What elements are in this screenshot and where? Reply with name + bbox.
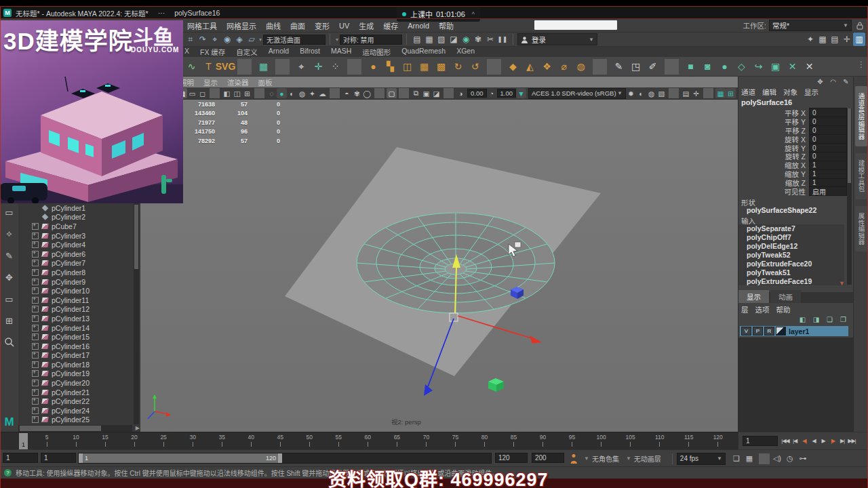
make-live-icon[interactable]: ◈ — [233, 33, 245, 46]
speed-state-icon[interactable]: ◠ — [829, 77, 837, 86]
pyramid-icon[interactable]: ◭ — [523, 59, 537, 75]
layer-visible-toggle[interactable]: V — [741, 327, 751, 336]
separator[interactable] — [374, 88, 384, 98]
shape-node-name[interactable]: polySurfaceShape22 — [747, 206, 816, 214]
separator[interactable] — [254, 88, 264, 98]
step-back-frame-button[interactable]: |◀ — [790, 436, 800, 447]
outliner-item[interactable]: pCylinder13 — [18, 314, 132, 323]
viewcube-icon[interactable]: ▦ — [715, 88, 726, 98]
menu-item[interactable]: 曲线 — [266, 20, 281, 31]
resolution-gate-icon[interactable]: ◻ — [197, 88, 208, 98]
selected-object-name[interactable]: polySurface16 — [741, 98, 792, 106]
playback-end-field[interactable]: 120 — [495, 453, 528, 463]
active-surface-field[interactable]: 无激活曲面 — [263, 35, 326, 45]
sidebar-tab[interactable]: 属性编辑器 — [855, 206, 867, 252]
hyperbuild-icon[interactable]: ✎ — [842, 77, 850, 86]
lookdev-icon[interactable]: ◐ — [636, 88, 646, 98]
channel-value-field[interactable]: 0 — [809, 125, 847, 135]
clock-icon[interactable]: ◷ — [785, 453, 795, 464]
anim-layer-dropdown[interactable]: ▼ 无动画层 — [626, 453, 661, 464]
mash-grid-icon[interactable]: ▦ — [417, 59, 431, 75]
exposure-icon[interactable]: ◑ — [456, 88, 466, 98]
mash-dense-grid-icon[interactable]: ▩ — [434, 59, 448, 75]
outliner-item[interactable]: pCylinder25 — [18, 415, 132, 425]
mash-distribute-icon[interactable]: ▚ — [383, 59, 397, 75]
hotbox-controls-icon[interactable]: ▦ — [816, 33, 829, 46]
menu-item[interactable]: 变形 — [315, 20, 330, 31]
channel-box-menu-item[interactable]: 编辑 — [762, 87, 776, 97]
menu-item[interactable]: 网格显示 — [226, 20, 256, 31]
group-collapse-icon[interactable]: ▾ — [259, 37, 262, 43]
shelf-tab[interactable]: XGen — [456, 47, 475, 57]
outliner-item[interactable]: pCylinder10 — [18, 286, 132, 296]
character-controls-icon[interactable]: ✦ — [804, 33, 816, 46]
field-chart-icon[interactable]: ◫ — [232, 88, 242, 98]
expand-icon[interactable] — [32, 416, 39, 423]
menu-item[interactable]: 网格工具 — [187, 20, 217, 31]
lasso-tool-icon[interactable]: ⟡ — [3, 227, 16, 241]
lock-camera-icon[interactable]: ▣ — [421, 88, 431, 98]
delete-mesh-icon[interactable]: ◙ — [701, 59, 715, 75]
sidebar-tab[interactable]: 通道盒/层编辑器 — [855, 86, 867, 146]
zoom-tool-icon[interactable] — [4, 337, 15, 348]
menu-item[interactable]: 曲面 — [290, 20, 305, 31]
channel-value-field[interactable]: 0 — [809, 108, 847, 117]
use-all-lights-icon[interactable]: ✦ — [307, 88, 317, 98]
animation-start-field[interactable]: 1 — [3, 453, 38, 463]
input-node-item[interactable]: polyDelEdge12 — [738, 242, 844, 251]
layout-four-pane-icon[interactable]: ⊞ — [3, 314, 16, 327]
current-time-field[interactable]: 1 — [743, 436, 778, 446]
outliner-item[interactable]: pCylinder3 — [18, 231, 132, 241]
panel-menu-item[interactable]: 面板 — [258, 77, 273, 87]
select-tool-icon[interactable]: ▭ — [3, 205, 16, 219]
panel-menu-item[interactable]: 渲染器 — [227, 77, 249, 87]
character-set-dropdown[interactable]: ▼ 无角色集 — [584, 453, 619, 464]
expand-icon[interactable] — [32, 407, 39, 414]
scroll-right-icon[interactable]: ▶ — [136, 425, 140, 431]
step-back-key-button[interactable]: ◀| — [800, 436, 809, 447]
range-slider-thumb[interactable]: 1 120 — [79, 453, 282, 463]
paint-vertex-icon[interactable]: ✾ — [352, 88, 362, 98]
exposure-field[interactable]: 0.00 — [467, 89, 487, 98]
layer-menu-item[interactable]: 帮助 — [776, 304, 791, 314]
shelf-tab[interactable]: MASH — [331, 47, 351, 57]
speech-bubble-icon[interactable]: ❑ — [731, 453, 742, 464]
shelf-tab[interactable]: 自定义 — [236, 47, 258, 57]
paint-select-tool-icon[interactable]: ✎ — [3, 249, 16, 262]
animation-end-field[interactable]: 200 — [532, 453, 564, 463]
render-sequence-icon[interactable]: ✂ — [484, 33, 496, 46]
shelf-tab[interactable]: FX 缓存 — [200, 47, 225, 57]
menu-item[interactable]: Arnold — [408, 22, 429, 30]
expand-icon[interactable] — [32, 260, 39, 266]
input-node-item[interactable]: polyTweak51 — [738, 268, 844, 277]
pipe-icon[interactable]: ❖ — [540, 59, 554, 75]
snap-to-curve-icon[interactable]: ↷ — [197, 33, 209, 46]
input-node-item[interactable]: polyExtrudeFace19 — [738, 277, 844, 285]
wireframe-icon[interactable]: ◌ — [267, 88, 277, 98]
prism-icon[interactable]: ◆ — [506, 59, 520, 75]
outliner-item[interactable]: pCylinder1 — [18, 203, 132, 213]
view-transform-icon[interactable]: ▼ — [516, 88, 526, 98]
range-end-handle[interactable] — [278, 453, 282, 463]
step-forward-frame-button[interactable]: ▶| — [837, 436, 847, 447]
expand-icon[interactable] — [32, 343, 39, 350]
go-to-start-button[interactable]: |◀◀ — [781, 436, 790, 447]
tool-settings-toggle-icon[interactable]: ✛ — [841, 33, 853, 46]
input-node-item[interactable]: polySeparate7 — [738, 224, 844, 233]
anti-alias-icon[interactable]: ▧ — [656, 88, 667, 98]
layer-row[interactable]: V P R layer1 — [740, 326, 848, 336]
mash-id-icon[interactable]: ◫ — [400, 59, 414, 75]
free-point-icon[interactable]: ✛ — [311, 59, 326, 75]
headlight-icon[interactable]: ✹ — [626, 88, 636, 98]
separator[interactable] — [210, 88, 220, 98]
inputs-scroll-icon[interactable]: ▼ — [839, 280, 845, 287]
delete-face-icon[interactable]: ■ — [684, 59, 698, 75]
snap-to-projected-center-icon[interactable]: ◉ — [221, 33, 233, 46]
bookmark-icon[interactable]: ◪ — [431, 88, 441, 98]
edit-box-icon[interactable]: ◳ — [629, 59, 643, 75]
play-backwards-button[interactable]: ◀ — [809, 436, 818, 447]
gamma-field[interactable]: 1.00 — [497, 89, 517, 98]
fps-select[interactable]: 24 fps ▼ — [677, 453, 726, 465]
cube-delete-icon[interactable]: ◇ — [734, 59, 749, 75]
layer-reference-toggle[interactable]: R — [764, 327, 774, 336]
